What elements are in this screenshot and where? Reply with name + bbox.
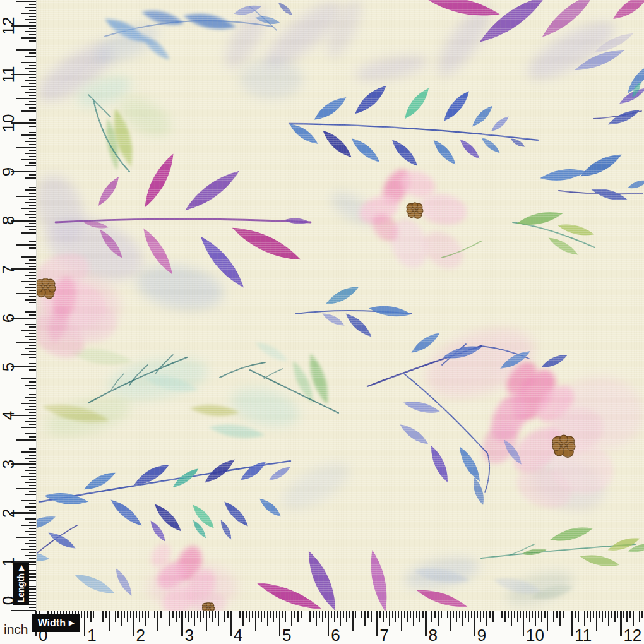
leaf-motif xyxy=(257,496,283,519)
ruler-tick xyxy=(623,611,624,618)
ruler-tick xyxy=(29,588,36,590)
ruler-tick xyxy=(249,611,250,622)
ruler-tick xyxy=(16,244,36,246)
ruler-tick xyxy=(21,256,36,258)
ruler-tick xyxy=(25,214,36,215)
ruler-tick xyxy=(29,71,36,72)
ruler-number: 9 xyxy=(0,164,16,180)
flower-center-motif xyxy=(203,602,215,611)
ruler-tick xyxy=(29,369,36,371)
ruler-tick xyxy=(25,482,36,484)
ruler-tick xyxy=(21,62,36,63)
ruler-tick xyxy=(191,611,192,618)
ruler-tick xyxy=(246,611,247,618)
ruler-tick xyxy=(29,211,36,212)
ruler-tick xyxy=(25,226,36,227)
ruler-tick xyxy=(489,611,491,618)
ruler-tick xyxy=(29,388,36,389)
ruler-tick xyxy=(25,31,36,32)
ruler-tick xyxy=(304,611,305,631)
ruler-tick xyxy=(273,611,275,622)
ruler-tick xyxy=(29,583,36,584)
ruler-tick xyxy=(465,611,467,618)
ruler-tick xyxy=(25,7,36,8)
ruler-tick xyxy=(112,611,113,618)
leaf-motif xyxy=(189,502,217,531)
ruler-tick xyxy=(602,611,604,622)
ruler-tick xyxy=(25,531,36,532)
ruler-number: 9 xyxy=(477,627,486,644)
ruler-tick xyxy=(29,296,36,297)
ruler-tick xyxy=(386,611,387,618)
ruler-tick xyxy=(25,299,36,301)
ruler-tick xyxy=(395,611,397,622)
ruler-tick xyxy=(25,385,36,386)
ruler-tick xyxy=(29,540,36,541)
ruler-tick xyxy=(181,611,183,636)
ruler-tick xyxy=(267,611,268,626)
leaf-motif xyxy=(267,464,292,483)
ruler-tick xyxy=(468,611,469,622)
ruler-tick xyxy=(517,611,518,622)
ruler-tick xyxy=(16,342,36,343)
ruler-tick xyxy=(450,611,451,631)
ruler-tick xyxy=(21,110,36,112)
ruler-tick xyxy=(21,86,36,87)
ruler-tick xyxy=(29,181,36,182)
leaf-motif xyxy=(323,282,361,308)
leaf-motif xyxy=(311,93,349,124)
ruler-tick xyxy=(84,611,86,636)
ruler-tick xyxy=(25,239,36,240)
ruler-tick xyxy=(16,537,36,538)
leaf-motif xyxy=(44,491,89,507)
ruler-tick xyxy=(29,266,36,267)
ruler-tick xyxy=(21,184,36,185)
watercolor-wash xyxy=(275,453,357,518)
ruler-tick xyxy=(264,611,265,618)
ruler-tick xyxy=(25,433,36,434)
ruler-tick xyxy=(29,558,36,559)
ruler-tick xyxy=(429,611,430,618)
ruler-number: 11 xyxy=(0,66,16,83)
leaf-motif xyxy=(368,304,412,319)
ruler-tick xyxy=(29,156,36,157)
leaf-motif xyxy=(73,570,117,599)
leaf-motif xyxy=(140,151,179,210)
ruler-tick xyxy=(276,611,277,618)
ruler-tick xyxy=(29,510,36,511)
ruler-tick xyxy=(608,611,609,626)
leaf-motif xyxy=(489,114,511,134)
ruler-tick xyxy=(29,601,36,602)
leaf-motif xyxy=(626,178,644,191)
ruler-tick xyxy=(29,126,36,127)
ruler-tick xyxy=(379,611,381,618)
ruler-tick xyxy=(419,611,420,622)
leaf-motif xyxy=(352,82,390,118)
ruler-tick xyxy=(21,549,36,551)
ruler-tick xyxy=(301,611,302,618)
ruler-tick xyxy=(639,611,640,622)
flower-petal-motif xyxy=(66,304,117,342)
ruler-tick xyxy=(401,611,402,631)
leaf-motif xyxy=(253,338,290,366)
ruler-tick xyxy=(352,611,354,631)
ruler-tick xyxy=(29,16,36,17)
flower-center-motif xyxy=(552,435,575,457)
ruler-number: 1 xyxy=(87,627,96,644)
ruler-tick xyxy=(25,555,36,556)
ruler-tick xyxy=(200,611,201,622)
ruler-tick xyxy=(21,525,36,526)
ruler-tick xyxy=(100,611,101,618)
ruler-tick xyxy=(16,49,36,51)
ruler-tick xyxy=(398,611,399,618)
ruler-tick xyxy=(462,611,463,626)
width-label-text: Width xyxy=(38,617,66,629)
ruler-tick xyxy=(29,534,36,535)
ruler-tick xyxy=(343,611,345,618)
ruler-tick xyxy=(359,611,360,622)
ruler-tick xyxy=(480,611,482,622)
ruler-tick xyxy=(383,611,384,622)
ruler-tick xyxy=(367,611,369,618)
ruler-tick xyxy=(252,611,253,618)
ruler-tick xyxy=(81,611,83,618)
